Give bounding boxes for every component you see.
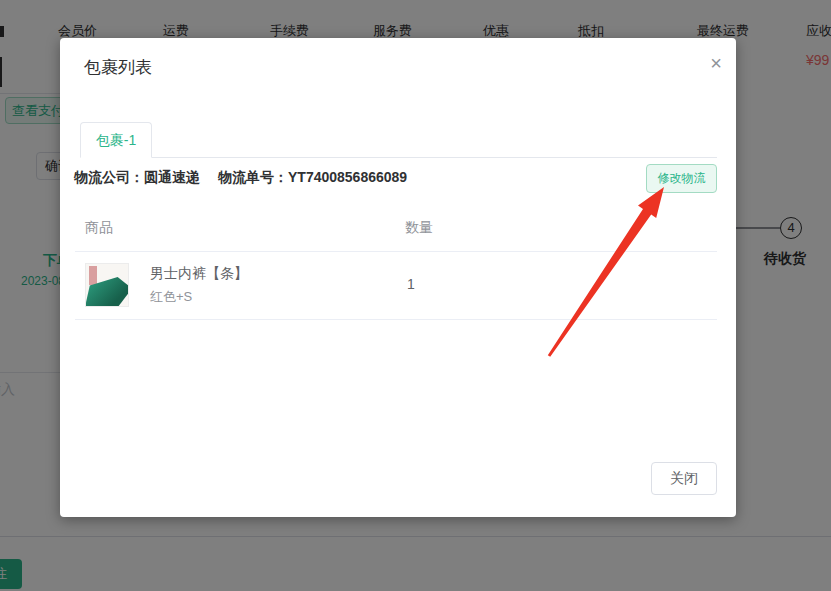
product-image [85, 263, 129, 307]
logistics-info: 物流公司：圆通速递物流单号：YT7400856866089 [74, 169, 407, 187]
product-name: 男士内裤【条】 [150, 265, 248, 283]
column-header-product: 商品 [85, 219, 113, 237]
logistics-company-label: 物流公司： [74, 169, 144, 185]
close-button[interactable]: 关闭 [651, 462, 717, 495]
package-list-dialog: 包裹列表 × 包裹-1 物流公司：圆通速递物流单号：YT740085686608… [60, 38, 736, 517]
tab-bar-border [80, 157, 717, 158]
tracking-number-label: 物流单号： [218, 169, 288, 185]
edit-logistics-button[interactable]: 修改物流 [646, 164, 717, 193]
close-icon[interactable]: × [704, 51, 728, 75]
table-header-row: 商品 数量 [75, 204, 717, 252]
logistics-company-value: 圆通速递 [144, 169, 200, 185]
tracking-number-value: YT7400856866089 [288, 169, 407, 185]
dialog-title: 包裹列表 [84, 56, 152, 79]
table-row: 男士内裤【条】 红色+S 1 [75, 252, 717, 320]
product-spec: 红色+S [150, 288, 192, 306]
product-quantity: 1 [407, 276, 415, 292]
tab-package-1[interactable]: 包裹-1 [80, 122, 152, 158]
package-items-table: 商品 数量 男士内裤【条】 红色+S 1 [75, 204, 717, 320]
column-header-quantity: 数量 [405, 219, 433, 237]
product-image-detail [89, 266, 97, 285]
